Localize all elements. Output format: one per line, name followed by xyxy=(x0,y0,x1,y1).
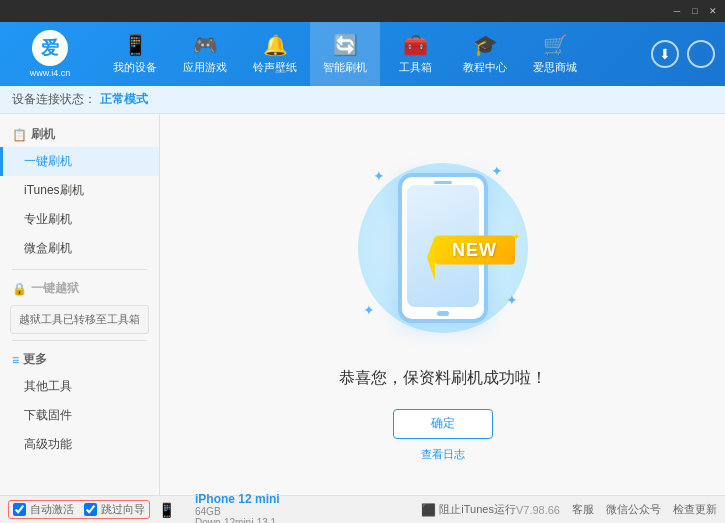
nav-shop-label: 爱思商城 xyxy=(533,60,577,75)
sidebar-group-jailbreak: 🔒 一键越狱 xyxy=(0,276,159,301)
bottom-left: 自动激活 跳过向导 📱 iPhone 12 mini 64GB Down-12m… xyxy=(8,492,421,524)
status-label: 设备连接状态： xyxy=(12,91,96,108)
close-button[interactable]: ✕ xyxy=(705,3,721,19)
confirm-button[interactable]: 确定 xyxy=(393,409,493,439)
user-button[interactable]: 👤 xyxy=(687,40,715,68)
maximize-button[interactable]: □ xyxy=(687,3,703,19)
nav-shop[interactable]: 🛒 爱思商城 xyxy=(520,22,590,86)
nav-tutorial[interactable]: 🎓 教程中心 xyxy=(450,22,520,86)
sidebar: 📋 刷机 一键刷机 iTunes刷机 专业刷机 微盒刷机 🔒 一键越狱 越狱工具… xyxy=(0,114,160,495)
sidebar-item-micro-flash[interactable]: 微盒刷机 xyxy=(0,234,159,263)
app-game-icon: 🎮 xyxy=(193,33,218,57)
header: 爱 www.i4.cn 📱 我的设备 🎮 应用游戏 🔔 铃声壁纸 🔄 智能刷机 … xyxy=(0,22,725,86)
sidebar-item-itunes-flash[interactable]: iTunes刷机 xyxy=(0,176,159,205)
nav-ringtone[interactable]: 🔔 铃声壁纸 xyxy=(240,22,310,86)
smart-flash-icon: 🔄 xyxy=(333,33,358,57)
success-text: 恭喜您，保资料刷机成功啦！ xyxy=(339,368,547,389)
sidebar-group-more: ≡ 更多 xyxy=(0,347,159,372)
sidebar-item-download-fw[interactable]: 下载固件 xyxy=(0,401,159,430)
view-log-link[interactable]: 查看日志 xyxy=(421,447,465,462)
logo-icon: 爱 xyxy=(32,30,68,66)
sidebar-divider-2 xyxy=(12,340,147,341)
new-banner: NEW ✦ xyxy=(435,235,515,280)
nav-app-game[interactable]: 🎮 应用游戏 xyxy=(170,22,240,86)
version-text: V7.98.66 xyxy=(516,504,560,516)
device-storage: 64GB xyxy=(195,506,280,517)
header-right: ⬇ 👤 xyxy=(651,40,725,68)
sidebar-divider-1 xyxy=(12,269,147,270)
nav-smart-flash-label: 智能刷机 xyxy=(323,60,367,75)
jailbreak-group-icon: 🔒 xyxy=(12,282,27,296)
sidebar-notice: 越狱工具已转移至工具箱 xyxy=(10,305,149,334)
content-area: ✦ ✦ ✦ ✦ NEW ✦ 恭喜您，保资料刷机成功啦！ 确定 查看日志 xyxy=(160,114,725,495)
sidebar-group-flash: 📋 刷机 xyxy=(0,122,159,147)
sidebar-item-other-tools[interactable]: 其他工具 xyxy=(0,372,159,401)
title-bar: ─ □ ✕ xyxy=(0,0,725,22)
customer-service-link[interactable]: 客服 xyxy=(572,502,594,517)
bottom-right: V7.98.66 客服 微信公众号 检查更新 xyxy=(516,502,717,517)
flash-group-icon: 📋 xyxy=(12,128,27,142)
nav-my-device-label: 我的设备 xyxy=(113,60,157,75)
sparkle-4: ✦ xyxy=(506,292,518,308)
stop-itunes-label: 阻止iTunes运行 xyxy=(439,502,516,517)
skip-wizard-checkbox[interactable] xyxy=(84,503,97,516)
sparkle-1: ✦ xyxy=(373,168,385,184)
checkbox-group: 自动激活 跳过向导 xyxy=(8,500,150,519)
sidebar-item-one-key-flash[interactable]: 一键刷机 xyxy=(0,147,159,176)
bottom-bar: 自动激活 跳过向导 📱 iPhone 12 mini 64GB Down-12m… xyxy=(0,495,725,523)
new-badge-text: NEW xyxy=(452,239,497,259)
sidebar-item-advanced[interactable]: 高级功能 xyxy=(0,430,159,459)
phone-home-button xyxy=(437,311,449,316)
nav-ringtone-label: 铃声壁纸 xyxy=(253,60,297,75)
check-update-link[interactable]: 检查更新 xyxy=(673,502,717,517)
auto-connect-checkbox[interactable] xyxy=(13,503,26,516)
nav-my-device[interactable]: 📱 我的设备 xyxy=(100,22,170,86)
device-model: Down-12mini-13,1 xyxy=(195,517,280,524)
device-icon: 📱 xyxy=(158,502,175,518)
shop-icon: 🛒 xyxy=(543,33,568,57)
sidebar-item-pro-flash[interactable]: 专业刷机 xyxy=(0,205,159,234)
new-ribbon: NEW ✦ xyxy=(435,235,515,264)
minimize-button[interactable]: ─ xyxy=(669,3,685,19)
toolbox-icon: 🧰 xyxy=(403,33,428,57)
skip-wizard-label: 跳过向导 xyxy=(101,502,145,517)
main-layout: 📋 刷机 一键刷机 iTunes刷机 专业刷机 微盒刷机 🔒 一键越狱 越狱工具… xyxy=(0,114,725,495)
nav-smart-flash[interactable]: 🔄 智能刷机 xyxy=(310,22,380,86)
logo-url: www.i4.cn xyxy=(30,68,71,78)
logo-area[interactable]: 爱 www.i4.cn xyxy=(0,22,100,86)
status-bar: 设备连接状态： 正常模式 xyxy=(0,86,725,114)
nav-bar: 📱 我的设备 🎮 应用游戏 🔔 铃声壁纸 🔄 智能刷机 🧰 工具箱 🎓 教程中心… xyxy=(100,22,651,86)
wechat-link[interactable]: 微信公众号 xyxy=(606,502,661,517)
tutorial-icon: 🎓 xyxy=(473,33,498,57)
nav-app-game-label: 应用游戏 xyxy=(183,60,227,75)
status-value: 正常模式 xyxy=(100,91,148,108)
ringtone-icon: 🔔 xyxy=(263,33,288,57)
phone-speaker xyxy=(434,181,452,184)
flash-group-label: 刷机 xyxy=(31,126,55,143)
device-info: iPhone 12 mini 64GB Down-12mini-13,1 xyxy=(195,492,280,524)
download-button[interactable]: ⬇ xyxy=(651,40,679,68)
nav-tutorial-label: 教程中心 xyxy=(463,60,507,75)
nav-toolbox[interactable]: 🧰 工具箱 xyxy=(380,22,450,86)
stop-itunes-area[interactable]: ⬛ 阻止iTunes运行 xyxy=(421,502,516,517)
sparkle-2: ✦ xyxy=(491,163,503,179)
sparkle-3: ✦ xyxy=(363,302,375,318)
new-stars: ✦ xyxy=(512,230,520,241)
nav-toolbox-label: 工具箱 xyxy=(399,60,432,75)
jailbreak-group-label: 一键越狱 xyxy=(31,280,79,297)
device-name: iPhone 12 mini xyxy=(195,492,280,506)
more-group-label: 更多 xyxy=(23,351,47,368)
auto-connect-label: 自动激活 xyxy=(30,502,74,517)
more-group-icon: ≡ xyxy=(12,353,19,367)
my-device-icon: 📱 xyxy=(123,33,148,57)
success-illustration: ✦ ✦ ✦ ✦ NEW ✦ xyxy=(343,148,543,348)
stop-icon: ⬛ xyxy=(421,503,436,517)
